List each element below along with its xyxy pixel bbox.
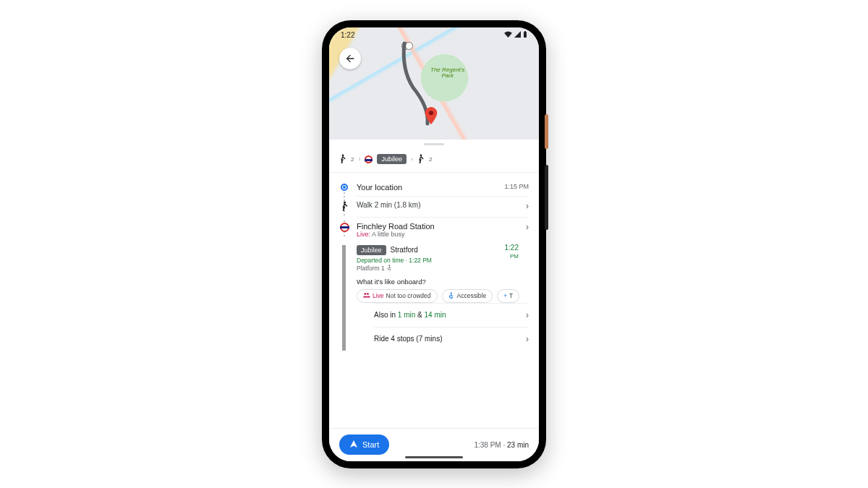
underground-icon <box>340 223 349 232</box>
battery-icon <box>523 31 527 40</box>
more-chip[interactable]: + T <box>497 289 519 303</box>
walk-icon <box>339 154 346 165</box>
also-prefix: Also in <box>374 311 398 319</box>
start-button[interactable]: Start <box>339 435 389 455</box>
accessible-label: Accessible <box>457 292 487 299</box>
svg-rect-0 <box>524 32 527 38</box>
status-bar: 1:22 <box>329 27 539 43</box>
chevron-right-icon: › <box>411 155 413 163</box>
accessible-icon <box>387 265 393 272</box>
train-destination: Stratford <box>391 246 418 254</box>
walk-icon <box>341 201 349 213</box>
svg-point-5 <box>344 201 346 203</box>
your-location-time: 1:15 PM <box>504 183 529 190</box>
onboard-question: What it's like onboard? <box>357 278 529 286</box>
svg-rect-1 <box>524 31 526 33</box>
platform-info: Platform 1 <box>357 265 529 272</box>
directions-steps: Your location 1:15 PM Walk 2 min (1.8 km… <box>329 173 539 351</box>
map-park-label: The Regent's Park <box>430 67 464 79</box>
chevron-right-icon: › <box>523 310 529 320</box>
people-icon <box>363 292 370 299</box>
summary-line-chip: Jubilee <box>377 154 407 164</box>
phone-side-button <box>545 114 548 149</box>
train-details: 1:22 PM Jubilee Stratford Departed on ti… <box>357 242 529 351</box>
train-line-label: Jubilee <box>361 247 382 254</box>
map-view[interactable]: The Regent's Park <box>329 27 539 140</box>
svg-point-9 <box>450 292 451 294</box>
station-name: Finchley Road Station <box>357 222 516 231</box>
ride-stops-row[interactable]: Ride 4 stops (7 mins) › <box>374 327 529 351</box>
sheet-drag-handle[interactable] <box>329 140 539 150</box>
more-chip-text: T <box>509 292 513 299</box>
signal-icon <box>514 31 521 39</box>
start-button-label: Start <box>362 440 379 449</box>
chevron-right-icon: › <box>358 155 360 163</box>
screen: 1:22 The Regent's Park <box>329 27 539 461</box>
step-station[interactable]: Finchley Road Station Live: A little bus… <box>339 218 529 242</box>
crowd-live-label: Live <box>373 292 384 299</box>
crowd-chip[interactable]: Live Not too crowded <box>357 289 438 303</box>
trip-duration: 23 min <box>507 441 529 449</box>
also-time-2: 14 min <box>424 311 446 319</box>
accessible-chip[interactable]: Accessible <box>442 289 493 303</box>
platform-label: Platform 1 <box>357 265 385 272</box>
underground-icon <box>365 155 373 163</box>
step-walk[interactable]: Walk 2 min (1.8 km) › <box>339 197 529 217</box>
walk-step-label: Walk 2 min (1.8 km) <box>357 201 516 209</box>
phone-volume-button <box>545 165 548 230</box>
next-departures-text: Also in 1 min & 14 min <box>374 311 446 319</box>
svg-point-6 <box>388 265 390 266</box>
back-button[interactable] <box>339 48 361 69</box>
arrive-time: 1:38 PM <box>474 441 501 449</box>
live-label: Live: <box>357 231 370 238</box>
summary-line-label: Jubilee <box>381 155 402 163</box>
step-your-location: Your location 1:15 PM <box>339 179 529 196</box>
departure-time: 1:22 PM <box>505 244 519 260</box>
station-live-status: Live: A little busy <box>357 231 516 238</box>
navigate-icon <box>349 440 358 450</box>
destination-pin-icon <box>425 107 438 126</box>
live-text: A little busy <box>372 231 405 238</box>
status-time: 1:22 <box>341 31 354 39</box>
svg-point-7 <box>364 293 366 295</box>
also-time-1: 1 min <box>398 311 415 319</box>
accessible-icon <box>448 292 455 300</box>
gesture-bar <box>405 456 463 458</box>
timeline-transit-line <box>342 245 346 351</box>
route-summary: 2 › Jubilee › 2 <box>329 150 539 173</box>
next-departures-row[interactable]: Also in 1 min & 14 min › <box>374 303 529 327</box>
svg-point-3 <box>342 154 344 156</box>
summary-walk1-min: 2 <box>351 156 354 163</box>
onboard-chips: Live Not too crowded Accessible + T <box>357 289 529 303</box>
depart-time-period: PM <box>510 253 519 260</box>
summary-walk2-min: 2 <box>429 156 432 163</box>
status-icons <box>504 31 527 40</box>
svg-point-2 <box>429 111 433 115</box>
svg-point-4 <box>420 154 422 156</box>
departure-status: Departed on time · 1:22 PM <box>357 257 529 264</box>
depart-time-value: 1:22 <box>505 244 519 252</box>
crowd-text: Not too crowded <box>386 292 431 299</box>
also-amp: & <box>415 311 424 319</box>
location-dot-icon <box>341 184 348 191</box>
plus-icon: + <box>503 292 507 299</box>
ride-stops-text: Ride 4 stops (7 mins) <box>374 335 442 343</box>
walk-icon <box>417 154 425 165</box>
wifi-icon <box>504 31 512 39</box>
chevron-right-icon: › <box>523 201 529 211</box>
chevron-right-icon: › <box>523 222 529 232</box>
arrow-left-icon <box>344 53 356 64</box>
svg-point-8 <box>367 293 369 295</box>
phone-frame: 1:22 The Regent's Park <box>322 20 546 468</box>
eta-summary: 1:38 PM · 23 min <box>474 441 529 449</box>
your-location-label: Your location <box>357 183 497 192</box>
train-line-chip: Jubilee <box>357 245 386 255</box>
chevron-right-icon: › <box>523 334 529 344</box>
